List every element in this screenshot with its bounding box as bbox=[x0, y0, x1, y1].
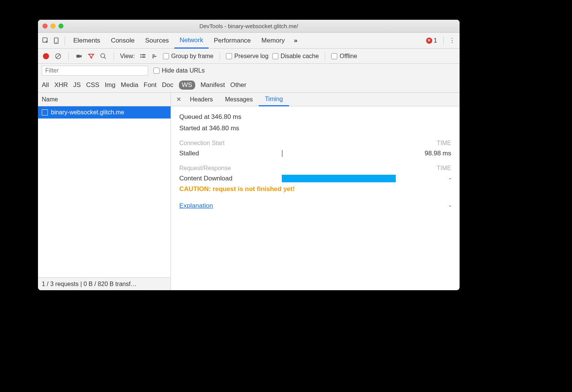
filter-bar: Hide data URLs bbox=[38, 64, 460, 77]
type-manifest[interactable]: Manifest bbox=[201, 81, 225, 89]
svg-rect-5 bbox=[76, 55, 80, 58]
traffic-lights bbox=[43, 24, 63, 28]
zoom-window-button[interactable] bbox=[58, 24, 63, 28]
stalled-row: Stalled 98.98 ms bbox=[179, 150, 451, 157]
disable-cache-checkbox[interactable]: Disable cache bbox=[272, 53, 319, 60]
request-type-filters: All XHR JS CSS Img Media Font Doc WS Man… bbox=[38, 77, 460, 93]
tab-performance[interactable]: Performance bbox=[209, 33, 256, 48]
device-toggle-icon[interactable] bbox=[51, 35, 62, 46]
type-media[interactable]: Media bbox=[121, 81, 138, 89]
type-doc[interactable]: Doc bbox=[162, 81, 173, 89]
explanation-link[interactable]: Explanation bbox=[179, 202, 213, 210]
connection-start-header: Connection Start TIME bbox=[179, 140, 451, 147]
svg-rect-14 bbox=[152, 57, 154, 58]
titlebar: DevTools - binary-websocket.glitch.me/ bbox=[38, 20, 460, 33]
stalled-value: 98.98 ms bbox=[406, 150, 451, 157]
content-download-value: - bbox=[406, 175, 451, 182]
offline-checkbox[interactable]: Offline bbox=[331, 53, 357, 60]
svg-rect-8 bbox=[140, 54, 141, 55]
tab-console[interactable]: Console bbox=[106, 33, 140, 48]
clear-button[interactable] bbox=[54, 52, 62, 60]
overview-icon[interactable] bbox=[151, 52, 159, 60]
preserve-log-checkbox[interactable]: Preserve log bbox=[226, 53, 269, 60]
svg-rect-11 bbox=[142, 56, 145, 57]
file-icon bbox=[42, 109, 48, 115]
minimize-window-button[interactable] bbox=[51, 24, 55, 28]
svg-rect-12 bbox=[152, 54, 155, 55]
type-ws[interactable]: WS bbox=[179, 81, 195, 90]
detail-panel: ✕ Headers Messages Timing Queued at 346.… bbox=[171, 93, 460, 290]
svg-line-7 bbox=[104, 57, 106, 59]
caution-message: CAUTION: request is not finished yet! bbox=[179, 185, 451, 193]
video-icon[interactable] bbox=[75, 52, 83, 60]
request-name: binary-websocket.glitch.me bbox=[51, 109, 124, 116]
inspect-element-icon[interactable] bbox=[40, 35, 51, 46]
svg-rect-9 bbox=[142, 54, 145, 55]
stalled-bar bbox=[282, 150, 283, 157]
hide-data-urls-checkbox[interactable]: Hide data URLs bbox=[153, 67, 205, 74]
status-bar: 1 / 3 requests | 0 B / 820 B transf… bbox=[38, 277, 171, 290]
queued-at: Queued at 346.80 ms bbox=[179, 113, 451, 121]
request-row[interactable]: binary-websocket.glitch.me bbox=[38, 106, 171, 119]
type-css[interactable]: CSS bbox=[86, 81, 100, 89]
tab-network[interactable]: Network bbox=[174, 33, 209, 49]
type-other[interactable]: Other bbox=[230, 81, 246, 89]
explanation-row: Explanation - bbox=[179, 202, 451, 210]
timing-panel: Queued at 346.80 ms Started at 346.80 ms… bbox=[171, 106, 460, 217]
close-window-button[interactable] bbox=[43, 24, 47, 28]
type-js[interactable]: JS bbox=[73, 81, 81, 89]
svg-point-6 bbox=[101, 54, 105, 58]
close-detail-button[interactable]: ✕ bbox=[173, 96, 184, 103]
error-badge[interactable]: ✕ 1 bbox=[423, 37, 440, 44]
started-at: Started at 346.80 ms bbox=[179, 125, 451, 132]
network-toolbar: View: Group by frame Preserve log Disabl… bbox=[38, 49, 460, 64]
detail-tab-timing[interactable]: Timing bbox=[259, 93, 289, 106]
group-by-frame-checkbox[interactable]: Group by frame bbox=[163, 53, 213, 60]
stalled-label: Stalled bbox=[179, 150, 282, 157]
type-img[interactable]: Img bbox=[105, 81, 115, 89]
large-rows-icon[interactable] bbox=[139, 52, 147, 60]
settings-kebab-icon[interactable]: ⋮ bbox=[447, 36, 457, 44]
window-title: DevTools - binary-websocket.glitch.me/ bbox=[38, 23, 460, 29]
svg-rect-13 bbox=[152, 56, 156, 57]
svg-line-4 bbox=[56, 54, 60, 58]
tab-sources[interactable]: Sources bbox=[140, 33, 174, 48]
type-all[interactable]: All bbox=[42, 81, 49, 89]
type-font[interactable]: Font bbox=[144, 81, 156, 89]
name-column-header[interactable]: Name bbox=[38, 93, 171, 106]
tab-elements[interactable]: Elements bbox=[68, 33, 106, 48]
content-download-label: Content Download bbox=[179, 175, 282, 182]
explanation-value: - bbox=[449, 202, 451, 210]
record-button[interactable] bbox=[42, 52, 50, 60]
main-tabbar: Elements Console Sources Network Perform… bbox=[38, 33, 460, 49]
more-tabs-button[interactable]: » bbox=[290, 37, 301, 44]
devtools-window: DevTools - binary-websocket.glitch.me/ E… bbox=[38, 20, 460, 290]
error-icon: ✕ bbox=[426, 38, 432, 44]
content-download-bar bbox=[282, 175, 396, 182]
request-response-header: Request/Response TIME bbox=[179, 165, 451, 172]
name-column: Name binary-websocket.glitch.me 1 / 3 re… bbox=[38, 93, 171, 290]
detail-tab-messages[interactable]: Messages bbox=[219, 93, 259, 106]
error-count: 1 bbox=[434, 37, 437, 44]
detail-tab-headers[interactable]: Headers bbox=[184, 93, 219, 106]
search-icon[interactable] bbox=[99, 52, 107, 60]
type-xhr[interactable]: XHR bbox=[54, 81, 68, 89]
request-list: binary-websocket.glitch.me bbox=[38, 106, 171, 277]
network-body: Name binary-websocket.glitch.me 1 / 3 re… bbox=[38, 93, 460, 290]
tab-memory[interactable]: Memory bbox=[256, 33, 290, 48]
content-download-row: Content Download - bbox=[179, 175, 451, 182]
detail-tabs: ✕ Headers Messages Timing bbox=[171, 93, 460, 106]
view-label: View: bbox=[120, 53, 135, 60]
filter-input[interactable] bbox=[42, 66, 148, 76]
filter-icon[interactable] bbox=[87, 52, 95, 60]
svg-rect-10 bbox=[140, 56, 141, 57]
